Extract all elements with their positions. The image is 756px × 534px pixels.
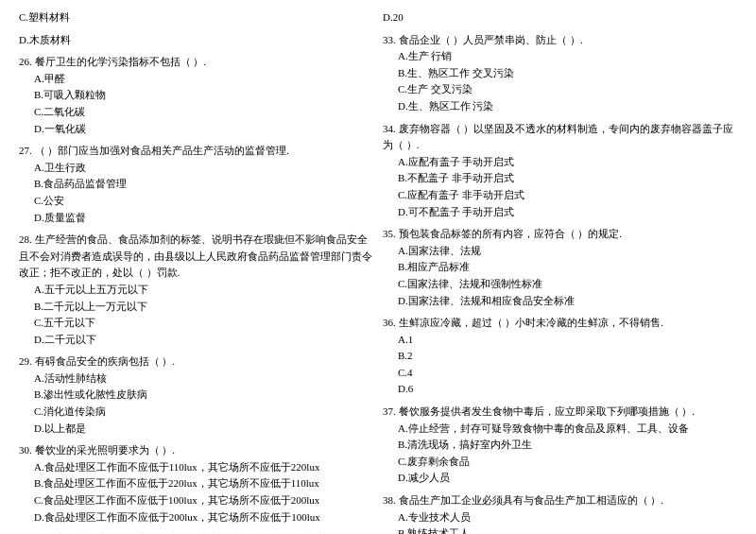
option-text: D.减少人员 <box>383 470 737 487</box>
option-text: A.停止经营，封存可疑导致食物中毒的食品及原料、工具、设备 <box>383 421 737 438</box>
question-text: D.木质材料 <box>19 32 373 49</box>
question-item: 27. （ ）部门应当加强对食品相关产品生产活动的监督管理.A.卫生行政B.食品… <box>19 143 373 226</box>
option-text: C.4 <box>383 365 737 382</box>
option-text: B.相应产品标准 <box>383 259 737 276</box>
option-text: B.食品处理区工作面不应低于220lux，其它场所不应低于110lux <box>19 475 373 492</box>
option-text: B.2 <box>383 348 737 365</box>
question-text: 38. 食品生产加工企业必须具有与食品生产加工相适应的（ ）. <box>383 492 737 509</box>
question-text: 37. 餐饮服务提供者发生食物中毒后，应立即采取下列哪项措施（ ）. <box>383 404 737 421</box>
option-text: B.清洗现场，搞好室内外卫生 <box>383 437 737 454</box>
question-item: 35. 预包装食品标签的所有内容，应符合（ ）的规定.A.国家法律、法规B.相应… <box>383 226 737 309</box>
option-text: C.二氧化碳 <box>19 104 373 121</box>
question-text: 30. 餐饮业的采光照明要求为（ ）. <box>19 442 373 459</box>
question-item: 38. 食品生产加工企业必须具有与食品生产加工相适应的（ ）.A.专业技术人员B… <box>383 492 737 534</box>
option-text: D.食品处理区工作面不应低于200lux，其它场所不应低于100lux <box>19 509 373 526</box>
option-text: C.废弃剩余食品 <box>383 454 737 471</box>
right-column: D.2033. 食品企业（ ）人员严禁串岗、防止（ ）.A.生产 行销B.生、熟… <box>383 9 737 534</box>
question-text: 26. 餐厅卫生的化学污染指标不包括（ ）. <box>19 54 373 71</box>
option-text: D.国家法律、法规和相应食品安全标准 <box>383 293 737 310</box>
option-text: A.甲醛 <box>19 71 373 88</box>
question-item: D.20 <box>383 9 737 26</box>
question-text: 27. （ ）部门应当加强对食品相关产品生产活动的监督管理. <box>19 143 373 160</box>
option-text: B.二千元以上一万元以下 <box>19 299 373 316</box>
option-text: C.国家法律、法规和强制性标准 <box>383 276 737 293</box>
question-item: 28. 生产经营的食品、食品添加剂的标签、说明书存在瑕疵但不影响食品安全且不会对… <box>19 232 373 348</box>
page-container: C.塑料材料D.木质材料26. 餐厅卫生的化学污染指标不包括（ ）.A.甲醛B.… <box>19 9 737 534</box>
option-text: A.1 <box>383 332 737 349</box>
question-text: 36. 生鲜凉应冷藏，超过（ ）小时未冷藏的生鲜凉，不得销售. <box>383 315 737 332</box>
option-text: C.生产 交叉污染 <box>383 81 737 98</box>
question-item: 26. 餐厅卫生的化学污染指标不包括（ ）.A.甲醛B.可吸入颗粒物C.二氧化碳… <box>19 54 373 137</box>
option-text: C.公安 <box>19 193 373 210</box>
question-text: 33. 食品企业（ ）人员严禁串岗、防止（ ）. <box>383 32 737 49</box>
option-text: D.生、熟区工作 污染 <box>383 98 737 115</box>
option-text: A.专业技术人员 <box>383 509 737 526</box>
option-text: A.应配有盖子 手动开启式 <box>383 154 737 171</box>
option-text: C.食品处理区工作面不应低于100lux，其它场所不应低于200lux <box>19 492 373 509</box>
question-text: 29. 有碍食品安全的疾病包括（ ）. <box>19 353 373 370</box>
question-text: 34. 废弃物容器（ ）以坚固及不透水的材料制造，专间内的废弃物容器盖子应为（ … <box>383 121 737 154</box>
question-item: D.木质材料 <box>19 32 373 49</box>
left-column: C.塑料材料D.木质材料26. 餐厅卫生的化学污染指标不包括（ ）.A.甲醛B.… <box>19 9 373 534</box>
option-text: C.消化道传染病 <box>19 404 373 421</box>
option-text: A.卫生行政 <box>19 160 373 177</box>
option-text: C.五千元以下 <box>19 315 373 332</box>
question-item: 34. 废弃物容器（ ）以坚固及不透水的材料制造，专间内的废弃物容器盖子应为（ … <box>383 121 737 221</box>
question-item: 29. 有碍食品安全的疾病包括（ ）.A.活动性肺结核B.渗出性或化脓性皮肤病C… <box>19 353 373 437</box>
question-item: 33. 食品企业（ ）人员严禁串岗、防止（ ）.A.生产 行销B.生、熟区工作 … <box>383 32 737 115</box>
question-text: 35. 预包装食品标签的所有内容，应符合（ ）的规定. <box>383 226 737 243</box>
option-text: A.食品处理区工作面不应低于110lux，其它场所不应低于220lux <box>19 459 373 476</box>
option-text: B.生、熟区工作 交叉污染 <box>383 65 737 82</box>
option-text: B.渗出性或化脓性皮肤病 <box>19 387 373 404</box>
option-text: B.可吸入颗粒物 <box>19 87 373 104</box>
option-text: A.生产 行销 <box>383 48 737 65</box>
option-text: B.不配盖子 非手动开启式 <box>383 170 737 187</box>
question-item: 37. 餐饮服务提供者发生食物中毒后，应立即采取下列哪项措施（ ）.A.停止经营… <box>383 404 737 487</box>
option-text: C.应配有盖子 非手动开启式 <box>383 187 737 204</box>
option-text: A.国家法律、法规 <box>383 243 737 260</box>
option-text: D.质量监督 <box>19 210 373 227</box>
option-text: D.6 <box>383 381 737 398</box>
option-text: B.熟练技术工人 <box>383 525 737 534</box>
question-text: 28. 生产经营的食品、食品添加剂的标签、说明书存在瑕疵但不影响食品安全且不会对… <box>19 232 373 282</box>
option-text: B.食品药品监督管理 <box>19 176 373 193</box>
question-item: C.塑料材料 <box>19 9 373 26</box>
question-text: D.20 <box>383 9 737 26</box>
question-text: C.塑料材料 <box>19 9 373 26</box>
option-text: D.可不配盖子 手动开启式 <box>383 204 737 221</box>
option-text: D.一氧化碳 <box>19 121 373 138</box>
option-text: A.活动性肺结核 <box>19 370 373 388</box>
question-item: 36. 生鲜凉应冷藏，超过（ ）小时未冷藏的生鲜凉，不得销售.A.1B.2C.4… <box>383 315 737 398</box>
option-text: D.以上都是 <box>19 421 373 438</box>
option-text: D.二千元以下 <box>19 332 373 349</box>
option-text: A.五千元以上五万元以下 <box>19 282 373 299</box>
two-column-layout: C.塑料材料D.木质材料26. 餐厅卫生的化学污染指标不包括（ ）.A.甲醛B.… <box>19 9 737 534</box>
question-item: 30. 餐饮业的采光照明要求为（ ）.A.食品处理区工作面不应低于110lux，… <box>19 442 373 525</box>
